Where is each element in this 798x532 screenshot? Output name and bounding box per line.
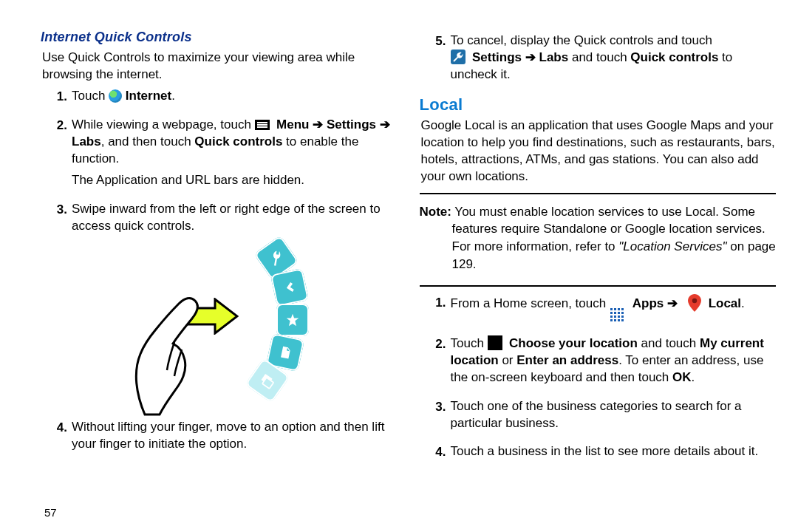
local-step-3: 3. Touch one of the business categories … — [426, 398, 777, 437]
map-pin-icon — [688, 294, 701, 317]
divider — [420, 285, 777, 287]
step-5: 5. To cancel, display the Quick controls… — [426, 33, 777, 88]
right-column: 5. To cancel, display the Quick controls… — [420, 30, 777, 472]
heading-local: Local — [420, 95, 777, 115]
steps-quick-controls-cont: 4. Without lifting your finger, move to … — [41, 419, 398, 457]
local-step-2: 2. Touch Choose your location and touch … — [426, 335, 777, 391]
left-column: Internet Quick Controls Use Quick Contro… — [41, 30, 398, 472]
steps-quick-controls-right: 5. To cancel, display the Quick controls… — [420, 33, 777, 88]
wrench-icon — [451, 50, 466, 64]
fan-segment-back-icon — [270, 268, 309, 307]
hand-icon — [130, 290, 219, 420]
quick-controls-illustration — [123, 246, 315, 409]
step-2: 2. While viewing a webpage, touch Menu ➔… — [47, 117, 398, 194]
menu-icon — [255, 120, 270, 130]
subheading-quick-controls: Internet Quick Controls — [41, 30, 398, 45]
intro-local: Google Local is an application that uses… — [421, 117, 777, 185]
steps-quick-controls: 1. Touch Internet. 2. While viewing a we… — [41, 88, 398, 239]
step-3: 3. Swipe inward from the left or right e… — [47, 201, 398, 239]
svg-point-3 — [692, 299, 697, 303]
apps-grid-icon — [610, 307, 626, 324]
compass-icon — [488, 335, 502, 350]
intro-quick-controls: Use Quick Controls to maximize your view… — [42, 50, 398, 83]
page-number: 57 — [44, 506, 57, 519]
fan-segment-star-icon — [276, 304, 309, 336]
steps-local: 1. From a Home screen, touch Apps ➔ — [420, 294, 777, 466]
globe-icon — [109, 89, 122, 103]
local-step-1: 1. From a Home screen, touch Apps ➔ — [426, 294, 777, 328]
local-step-4: 4. Touch a business in the list to see m… — [426, 443, 777, 465]
divider — [420, 193, 777, 194]
note-block: Note: You must enable location services … — [420, 202, 777, 278]
step-1: 1. Touch Internet. — [47, 88, 398, 109]
step-4: 4. Without lifting your finger, move to … — [47, 419, 398, 457]
